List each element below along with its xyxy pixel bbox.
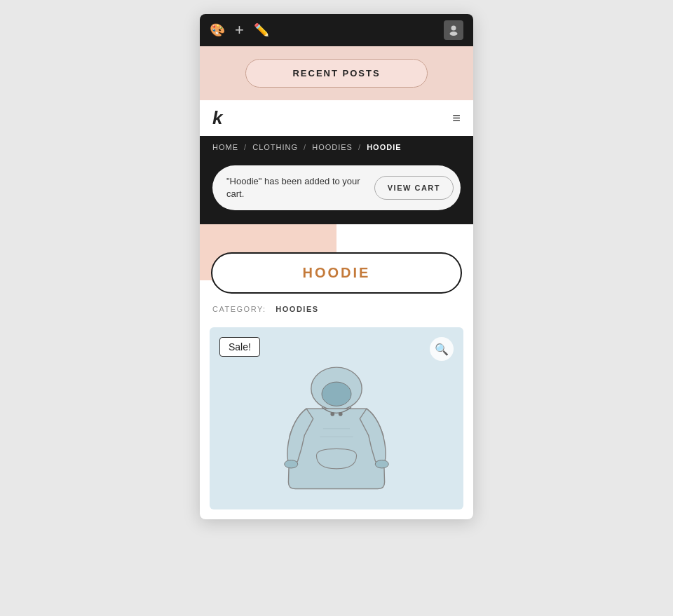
recent-posts-button[interactable]: RECENT POSTS — [245, 59, 428, 88]
nav-bar: k ≡ — [200, 100, 473, 136]
product-search-icon[interactable]: 🔍 — [430, 337, 454, 361]
svg-point-0 — [451, 26, 456, 31]
edit-icon[interactable]: ✏️ — [254, 22, 269, 38]
hoodie-title-wrap: HOODIE — [200, 245, 473, 294]
breadcrumb-current: HOODIE — [367, 143, 401, 151]
svg-point-6 — [330, 412, 334, 416]
breadcrumb-hoodies[interactable]: HOODIES — [312, 143, 353, 151]
breadcrumb-home[interactable]: HOME — [212, 143, 238, 151]
add-icon[interactable]: + — [235, 21, 244, 39]
svg-point-4 — [285, 460, 298, 468]
admin-toolbar: 🎨 + ✏️ — [200, 14, 473, 46]
breadcrumb-bar: HOME / CLOTHING / HOODIES / HOODIE — [200, 136, 473, 158]
phone-frame: 🎨 + ✏️ RECENT POSTS k ≡ HOME / CLOTHING … — [200, 14, 473, 519]
category-link[interactable]: HOODIES — [276, 305, 318, 313]
user-icon[interactable] — [444, 20, 463, 40]
hoodie-illustration — [273, 355, 400, 495]
breadcrumb-clothing[interactable]: CLOTHING — [252, 143, 298, 151]
hamburger-menu[interactable]: ≡ — [452, 110, 461, 126]
cart-message: "Hoodie" has been added to your cart. — [226, 175, 367, 200]
cart-notification: "Hoodie" has been added to your cart. VI… — [200, 158, 473, 224]
view-cart-button[interactable]: VIEW CART — [374, 176, 454, 200]
cart-notification-inner: "Hoodie" has been added to your cart. VI… — [212, 165, 461, 210]
svg-point-7 — [339, 412, 343, 416]
palette-icon[interactable]: 🎨 — [210, 22, 225, 38]
svg-point-1 — [450, 32, 458, 36]
recent-posts-bar: RECENT POSTS — [200, 46, 473, 100]
svg-point-3 — [322, 382, 351, 406]
product-section: HOODIE CATEGORY: HOODIES Sale! 🔍 — [200, 224, 473, 509]
breadcrumb: HOME / CLOTHING / HOODIES / HOODIE — [212, 143, 461, 151]
site-logo[interactable]: k — [212, 107, 222, 129]
category-label: CATEGORY: — [212, 305, 266, 313]
product-image-area: Sale! 🔍 — [210, 327, 463, 509]
svg-point-5 — [375, 460, 388, 468]
product-title: HOODIE — [211, 252, 462, 294]
category-row: CATEGORY: HOODIES — [200, 294, 473, 320]
sale-badge: Sale! — [219, 337, 260, 357]
